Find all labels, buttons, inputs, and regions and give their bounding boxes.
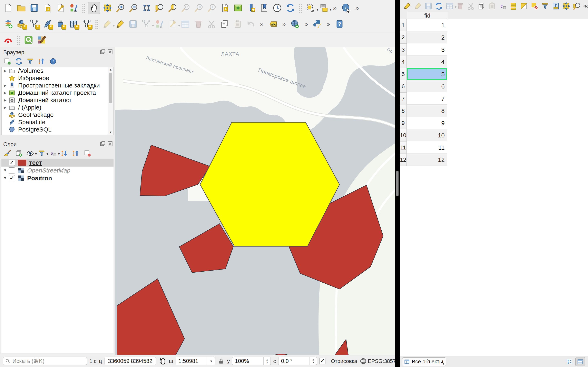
magnifier-spinbox[interactable]: 100% ▲▼ [232,357,271,365]
dropdown-icon[interactable]: ▾ [329,8,332,11]
add-selected-layer-button[interactable] [2,57,12,66]
coordinate-input[interactable]: 3360059 8394582 [104,357,156,365]
rotation-spinner[interactable]: ▲▼ [310,357,317,365]
toolbar-overflow[interactable]: » [260,21,264,27]
toolbar-overflow[interactable]: » [282,21,286,27]
paste-button[interactable] [487,1,497,11]
row-header[interactable]: 11 [400,142,407,154]
zoom-in-button[interactable] [114,2,126,14]
row-header[interactable]: 6 [400,80,407,92]
browser-item-домашний-каталог-проекта[interactable]: ▶Домашний каталог проекта [2,89,113,96]
row-header[interactable]: 4 [400,56,407,68]
cut-button[interactable] [466,1,476,11]
scroll-up-icon[interactable]: ▲ [108,67,113,72]
multi-edit-button[interactable] [413,1,423,11]
refresh-browser-button[interactable] [14,57,24,66]
browser-item-postgresql[interactable]: PostgreSQL [2,126,113,133]
fid-column-header[interactable]: fid [407,12,448,19]
rotation-spinbox[interactable]: 0,0 ° ▲▼ [278,357,317,365]
layer-item-positron[interactable]: ▼✓Positron [1,174,113,182]
collapse-all2-button[interactable] [71,149,81,158]
map-canvas[interactable]: Лахтинский проспектЛАХТАПриморское шоссе… [115,47,395,355]
select-by-form-button[interactable] [540,1,550,11]
toolbar-overflow[interactable]: » [333,4,337,11]
new-map-layout-button[interactable] [219,2,231,14]
show-spatial-bookmarks-button[interactable] [258,2,270,14]
new-scratch-layer-button[interactable]: * [81,18,93,30]
row-header[interactable]: 12 [400,154,407,166]
digitize-segment-button[interactable]: ▾ [140,18,152,30]
add-group-button[interactable] [14,149,24,158]
copy-features-button[interactable] [219,18,231,30]
new-project-button[interactable] [2,2,14,14]
browser-item-geopackage[interactable]: GeoPackage [2,111,113,118]
expand-all-button[interactable] [60,149,69,158]
fid-cell[interactable]: 10 [407,129,447,141]
extent-toggle-icon[interactable] [158,357,167,365]
zoom-native-button[interactable] [180,2,192,14]
zoom-out-button[interactable] [128,2,139,14]
layer-visibility-checkbox[interactable]: ✓ [9,175,15,181]
render-checkbox[interactable]: ✓ [319,358,325,364]
expander-icon[interactable]: ▼ [1,176,9,180]
save-layer-edits-button[interactable] [127,18,139,30]
expander-icon[interactable]: ▶ [2,91,9,95]
feature-filter-button[interactable]: Все объекты ▼ [402,358,446,366]
attribute-table-scroll-thumb[interactable] [396,171,398,196]
layer-labeling-button[interactable] [267,18,279,30]
filter-browser-button[interactable] [25,57,35,66]
fid-cell[interactable]: 12 [407,154,447,166]
toolbar-overflow[interactable]: » [327,21,330,27]
collapse-all-button[interactable] [37,57,47,66]
paste-features-button[interactable] [232,18,243,30]
new-gpx-layer-button[interactable]: * [54,18,66,30]
browser-item-пространственные-закладки[interactable]: ▶Пространственные закладки [2,82,113,89]
zoom-to-selection-button[interactable] [572,1,582,11]
temporal-controller-button[interactable] [271,2,283,14]
fid-cell[interactable]: 11 [407,142,447,154]
table-view-toggle[interactable] [575,357,585,366]
crs-globe-icon[interactable] [360,358,367,365]
new-print-layout-button[interactable] [42,2,53,14]
undo-button[interactable] [245,18,257,30]
help-button[interactable] [334,18,346,30]
python-console-button[interactable] [311,18,323,30]
toolbar-overflow[interactable]: » [304,21,308,27]
fid-cell[interactable]: 5 [407,68,447,80]
expander-icon[interactable]: ▶ [2,83,9,88]
row-header[interactable]: 2 [400,31,407,44]
layer-visibility-checkbox[interactable]: ✓ [9,160,15,166]
new-report-button[interactable] [232,2,244,14]
scale-dropdown-icon[interactable]: ▼ [207,357,215,365]
locator-plugin-button[interactable] [2,34,14,46]
modify-attributes-button[interactable] [180,18,191,30]
select-by-expression-button[interactable] [498,1,508,11]
refresh-map-button[interactable] [285,2,296,14]
browser-scroll-thumb[interactable] [109,73,112,103]
invert-selection-button[interactable] [519,1,529,11]
layer-item-openstreetmap[interactable]: ▼OpenStreetMap [1,167,113,174]
fid-cell[interactable]: 2 [407,31,447,43]
browser-item--apple-[interactable]: ▶/ (Apple) [2,104,113,111]
osm-place-search-button[interactable] [23,34,35,46]
row-header[interactable]: 7 [400,92,407,105]
browser-item-spatialite[interactable]: SpatiaLite [2,118,113,126]
row-header[interactable]: 5 [400,68,407,80]
copy-button[interactable] [476,1,486,11]
browser-item-домашний-каталог[interactable]: ▶Домашний каталог [2,96,113,104]
style-manager-button[interactable] [68,2,79,14]
row-header[interactable]: 3 [400,44,407,56]
browser-scrollbar[interactable]: ▲ ▼ [108,67,113,135]
current-edits-button[interactable]: ▾ [101,18,113,30]
expander-icon[interactable]: ▶ [2,69,9,73]
layout-manager-button[interactable] [54,2,66,14]
attribute-toolbar-overflow[interactable]: » [583,2,586,9]
pan-map-button[interactable] [88,2,100,14]
vertex-tool-button[interactable]: ▾ [166,18,178,30]
browser-item--volumes[interactable]: ▶/Volumes [2,67,113,75]
add-feature-button[interactable] [153,18,165,30]
toggle-editing-button[interactable] [402,1,412,11]
row-header[interactable]: 1 [400,19,407,31]
remove-layer-button[interactable] [82,149,92,158]
scale-combobox[interactable]: 1:50981 ▼ [176,357,215,365]
